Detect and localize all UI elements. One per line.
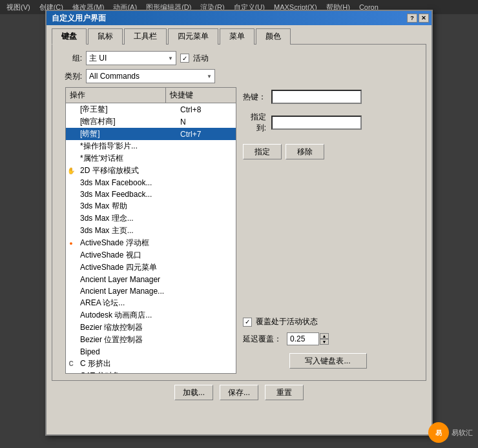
list-item[interactable]: 3ds Max 主页... (66, 225, 236, 237)
load-button[interactable]: 加载... (174, 385, 213, 400)
list-item[interactable]: ● ActiveShade 浮动框 (66, 237, 236, 249)
item-icon (66, 105, 76, 115)
item-icon (66, 311, 76, 321)
list-item[interactable]: Bezier 缩放控制器 (66, 321, 236, 334)
active-checkbox[interactable]: ✓ (180, 54, 189, 63)
list-item[interactable]: 3ds Max Facebook... (66, 177, 236, 188)
list-item[interactable]: Ancient Layer Manager (66, 274, 236, 285)
help-button[interactable]: ? (407, 14, 417, 23)
tab-keyboard[interactable]: 键盘 (52, 28, 87, 45)
item-icon (66, 323, 76, 333)
list-item[interactable]: Biped (66, 346, 236, 358)
activeshade-icon: ● (66, 238, 76, 249)
write-keyboard-button[interactable]: 写入键盘表... (289, 353, 367, 369)
close-button[interactable]: ✕ (419, 14, 429, 23)
main-dialog: 自定义用户界面 ? ✕ 键盘 鼠标 工具栏 四元菜单 菜单 颜色 组: 主 UI… (45, 10, 433, 436)
group-select-arrow: ▼ (168, 56, 173, 61)
item-icon (66, 178, 76, 188)
dialog-title: 自定义用户界面 (52, 13, 106, 24)
list-item[interactable]: *操作指导'影片... (66, 140, 236, 152)
left-panel: 操作 快捷键 [帝王鳌] Ctrl+8 [蟾宫村商] N (65, 87, 236, 374)
list-item[interactable]: Autodesk 动画商店... (66, 309, 236, 321)
list-item[interactable]: ✋ 2D 平移缩放模式 (66, 165, 236, 177)
item-icon (66, 129, 76, 139)
item-icon (66, 263, 76, 273)
remove-button[interactable]: 移除 (286, 144, 324, 159)
delay-spinner[interactable]: ▲ ▼ (320, 333, 329, 345)
group-row: 组: 主 UI ▼ ✓ 活动 (59, 51, 419, 65)
hotkey-input[interactable] (271, 90, 362, 104)
item-icon (66, 226, 76, 236)
delay-row: 延迟覆盖： ▲ ▼ (243, 332, 413, 345)
reset-button[interactable]: 重置 (265, 385, 304, 400)
list-item-selected[interactable]: [螃蟹] Ctrl+7 (66, 128, 236, 140)
tab-toolbar[interactable]: 工具栏 (124, 28, 167, 45)
list-item[interactable]: AREA 论坛... (66, 297, 236, 309)
assign-to-input[interactable] (271, 116, 362, 130)
tab-content: 组: 主 UI ▼ ✓ 活动 类别: All Commands ▼ 操作 快捷键 (52, 44, 426, 381)
checkbox-row: ✓ 覆盖处于活动状态 (243, 316, 413, 327)
item-icon (66, 189, 76, 199)
item-icon (66, 117, 76, 127)
list-item[interactable]: 3ds Max Feedback... (66, 188, 236, 200)
tab-color[interactable]: 颜色 (256, 28, 291, 45)
save-button[interactable]: 保存... (220, 385, 258, 400)
menu-view[interactable]: 视图(V) (3, 1, 34, 14)
c-shape-icon: C (66, 359, 76, 369)
list-item[interactable]: CAT 父对象 (66, 370, 236, 374)
item-icon (66, 274, 76, 285)
category-select-arrow: ▼ (207, 74, 212, 79)
write-btn-container: 写入键盘表... (243, 353, 413, 369)
item-icon (66, 201, 76, 212)
command-list[interactable]: [帝王鳌] Ctrl+8 [蟾宫村商] N [螃蟹] Ctrl+7 (65, 103, 236, 374)
list-item[interactable]: Bezier 位置控制器 (66, 334, 236, 346)
dialog-titlebar: 自定义用户界面 ? ✕ (47, 11, 431, 25)
main-content: 操作 快捷键 [帝王鳌] Ctrl+8 [蟾宫村商] N (59, 87, 419, 374)
assign-to-label: 指定到: (243, 112, 266, 134)
group-label: 组: (59, 53, 82, 64)
list-item[interactable]: 3ds Max 帮助 (66, 200, 236, 212)
list-item[interactable]: ActiveShade 视口 (66, 249, 236, 261)
assign-to-row: 指定到: (243, 112, 413, 134)
logo-text: 易软汇 (452, 428, 473, 438)
delay-input[interactable] (287, 332, 319, 345)
item-icon (66, 141, 76, 152)
override-checkbox[interactable]: ✓ (243, 318, 252, 327)
tab-quad-menu[interactable]: 四元菜单 (168, 28, 218, 45)
hotkey-label: 热键： (243, 92, 266, 103)
category-row: 类别: All Commands ▼ (59, 69, 419, 83)
delay-label: 延迟覆盖： (243, 334, 282, 345)
hand-icon: ✋ (66, 166, 76, 176)
group-select[interactable]: 主 UI ▼ (86, 51, 176, 65)
item-icon (66, 371, 76, 374)
list-item[interactable]: Ancient Layer Manage... (66, 285, 236, 297)
list-item[interactable]: [蟾宫村商] N (66, 116, 236, 128)
svg-text:易: 易 (435, 429, 442, 436)
item-icon (66, 214, 76, 224)
item-icon (66, 347, 76, 357)
header-action: 操作 (66, 88, 166, 103)
tab-menu[interactable]: 菜单 (220, 28, 255, 45)
list-item[interactable]: 3ds Max 理念... (66, 212, 236, 225)
item-icon (66, 286, 76, 296)
active-label: 活动 (193, 53, 209, 64)
list-item[interactable]: *属性'对话框 (66, 152, 236, 165)
bottom-buttons-row: 加载... 保存... 重置 (47, 381, 431, 404)
item-icon (66, 154, 76, 164)
tab-mouse[interactable]: 鼠标 (88, 28, 123, 45)
spinner-up[interactable]: ▲ (320, 333, 329, 339)
assign-button[interactable]: 指定 (243, 144, 282, 159)
item-icon (66, 298, 76, 309)
list-item[interactable]: [帝王鳌] Ctrl+8 (66, 103, 236, 116)
spinner-down[interactable]: ▼ (320, 339, 329, 345)
logo-svg: 易 (431, 425, 446, 440)
override-label: 覆盖处于活动状态 (256, 316, 318, 327)
tab-bar: 键盘 鼠标 工具栏 四元菜单 菜单 颜色 (47, 25, 431, 44)
category-select[interactable]: All Commands ▼ (86, 69, 215, 83)
item-icon (66, 250, 76, 261)
list-item[interactable]: ActiveShade 四元菜单 (66, 261, 236, 274)
logo-icon: 易 (428, 422, 449, 443)
logo-area: 易 易软汇 (428, 422, 473, 443)
right-panel: 热键： 指定到: 指定 移除 ✓ 覆盖处于活动状态 (243, 87, 413, 374)
list-item[interactable]: C C 形挤出 (66, 358, 236, 370)
